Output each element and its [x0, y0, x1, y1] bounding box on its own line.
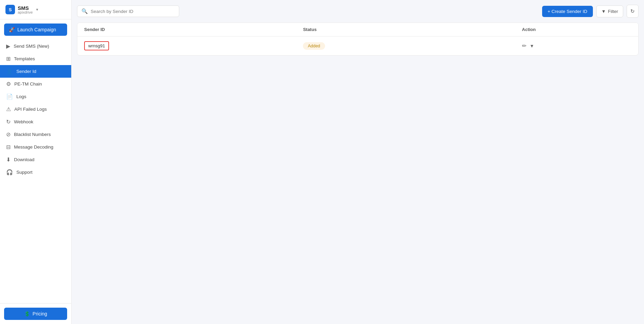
- table-header: Sender ID Status Action: [77, 23, 638, 36]
- table-row: wrnsg91 Added ✏ ▾: [77, 36, 638, 55]
- refresh-button[interactable]: ↻: [627, 5, 639, 18]
- support-icon: 🎧: [6, 169, 13, 175]
- send-sms-icon: ▶: [6, 43, 10, 49]
- sidebar-item-label: API Failed Logs: [14, 107, 47, 112]
- sidebar-item-api-failed-logs[interactable]: ⚠ API Failed Logs: [0, 103, 71, 115]
- app-dropdown-icon[interactable]: ▾: [36, 7, 38, 12]
- top-actions: + Create Sender ID ▼ Filter ↻: [542, 5, 639, 18]
- sidebar-item-download[interactable]: ⬇ Download: [0, 153, 71, 166]
- sidebar-item-label: Message Decoding: [14, 144, 53, 150]
- launch-campaign-button[interactable]: 🚀 Launch Campaign: [4, 24, 67, 36]
- sidebar-item-support[interactable]: 🎧 Support: [0, 166, 71, 179]
- logs-icon: 📄: [6, 93, 13, 100]
- sidebar-item-message-decoding[interactable]: ⊟ Message Decoding: [0, 141, 71, 153]
- sender-id-cell: wrnsg91: [84, 41, 303, 50]
- sidebar-item-label: Support: [16, 170, 32, 175]
- sidebar: S SMS apixdrive ▾ 🚀 Launch Campaign ▶ Se…: [0, 0, 72, 324]
- pricing-icon: 💲: [24, 311, 30, 317]
- top-bar: 🔍 + Create Sender ID ▼ Filter ↻: [77, 5, 639, 18]
- sender-id-table: Sender ID Status Action wrnsg91 Added ✏ …: [77, 22, 639, 56]
- create-sender-id-label: + Create Sender ID: [548, 9, 587, 14]
- action-cell: ✏ ▾: [522, 43, 631, 49]
- sidebar-item-label: Download: [14, 157, 34, 162]
- rocket-icon: 🚀: [9, 27, 15, 32]
- sidebar-item-label: Webhook: [14, 119, 33, 124]
- sidebar-item-label: Templates: [14, 56, 35, 61]
- pricing-button[interactable]: 💲 Pricing: [4, 308, 67, 320]
- edit-icon[interactable]: ✏: [522, 43, 526, 49]
- refresh-icon: ↻: [630, 8, 635, 14]
- download-icon: ⬇: [6, 156, 11, 163]
- column-header-sender-id: Sender ID: [84, 27, 303, 32]
- search-box[interactable]: 🔍: [77, 5, 179, 17]
- app-sub: apixdrive: [18, 10, 33, 14]
- app-info: SMS apixdrive: [18, 5, 33, 14]
- api-failed-logs-icon: ⚠: [6, 106, 11, 112]
- sender-id-icon: 👤: [6, 68, 13, 75]
- sidebar-item-label: Send SMS (New): [14, 44, 49, 49]
- sidebar-item-label: PE-TM Chain: [14, 81, 42, 87]
- filter-button[interactable]: ▼ Filter: [596, 5, 623, 17]
- app-logo: S: [5, 5, 15, 14]
- status-badge: Added: [303, 42, 325, 50]
- filter-label: Filter: [608, 9, 618, 14]
- sidebar-item-templates[interactable]: ⊞ Templates: [0, 52, 71, 65]
- sidebar-item-pe-tm-chain[interactable]: ⚙ PE-TM Chain: [0, 78, 71, 90]
- sidebar-footer: 💲 Pricing: [0, 303, 71, 324]
- status-cell: Added: [303, 42, 522, 50]
- column-header-action: Action: [522, 27, 631, 32]
- sidebar-nav: 🚀 Launch Campaign ▶ Send SMS (New) ⊞ Tem…: [0, 19, 71, 303]
- main-content: 🔍 + Create Sender ID ▼ Filter ↻ Sender I…: [72, 0, 644, 324]
- sidebar-item-label: Blacklist Numbers: [14, 132, 51, 137]
- column-header-status: Status: [303, 27, 522, 32]
- webhook-icon: ↻: [6, 119, 11, 125]
- sidebar-item-logs[interactable]: 📄 Logs: [0, 90, 71, 103]
- sidebar-item-sender-id[interactable]: 👤 Sender Id: [0, 65, 71, 78]
- sidebar-header: S SMS apixdrive ▾: [0, 0, 71, 19]
- pricing-label: Pricing: [33, 311, 47, 317]
- sidebar-item-send-sms[interactable]: ▶ Send SMS (New): [0, 40, 71, 52]
- create-sender-id-button[interactable]: + Create Sender ID: [542, 6, 593, 17]
- sidebar-item-blacklist-numbers[interactable]: ⊘ Blacklist Numbers: [0, 128, 71, 141]
- launch-campaign-label: Launch Campaign: [17, 27, 56, 32]
- sender-id-badge: wrnsg91: [84, 41, 109, 50]
- blacklist-icon: ⊘: [6, 131, 11, 138]
- message-decoding-icon: ⊟: [6, 144, 11, 150]
- templates-icon: ⊞: [6, 56, 11, 62]
- search-icon: 🔍: [81, 8, 88, 14]
- app-name: SMS: [18, 5, 29, 11]
- sidebar-item-label: Sender Id: [16, 69, 36, 74]
- filter-icon: ▼: [601, 9, 606, 14]
- sidebar-item-label: Logs: [16, 94, 26, 99]
- pe-tm-chain-icon: ⚙: [6, 81, 11, 87]
- expand-icon[interactable]: ▾: [531, 43, 533, 49]
- search-input[interactable]: [91, 9, 175, 14]
- sidebar-item-webhook[interactable]: ↻ Webhook: [0, 115, 71, 128]
